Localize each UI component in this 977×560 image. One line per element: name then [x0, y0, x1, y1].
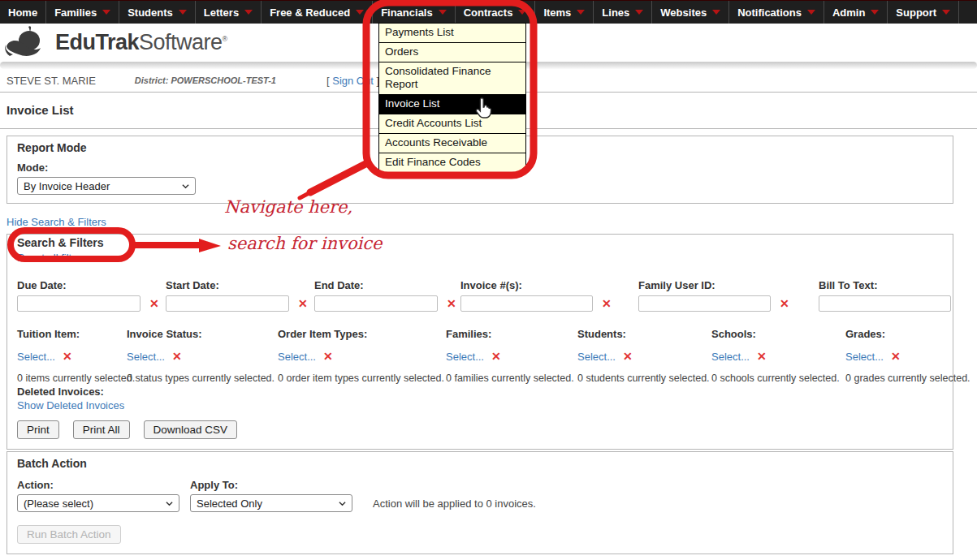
chevron-down-icon: [102, 10, 110, 15]
invoice-status-label: Invoice Status:: [127, 328, 278, 340]
start-date-input[interactable]: [166, 295, 289, 312]
nav-item-letters[interactable]: Letters: [196, 1, 262, 24]
nav-item-lines[interactable]: Lines: [594, 1, 652, 24]
run-batch-action-button[interactable]: Run Batch Action: [17, 525, 121, 544]
nav-item-support[interactable]: Support: [888, 1, 959, 24]
chevron-down-icon: [712, 10, 720, 15]
show-deleted-invoices-link[interactable]: Show Deleted Invoices: [17, 399, 124, 411]
hide-search-filters-link[interactable]: Hide Search & Filters: [6, 216, 106, 228]
filter-order-item-types: Order Item Types: Select...✕ 0 order ite…: [278, 328, 446, 384]
filter-invoice-status: Invoice Status: Select...✕ 0 status type…: [127, 328, 278, 384]
nav-item-items[interactable]: Items: [535, 1, 594, 24]
chevron-down-icon: [182, 183, 189, 190]
end-date-input[interactable]: [314, 295, 438, 312]
menu-item-invoice-list[interactable]: Invoice List: [379, 95, 525, 114]
username-text: STEVE ST. MARIE: [6, 75, 96, 87]
chevron-down-icon: [942, 10, 950, 15]
tuition-item-select-link[interactable]: Select...: [17, 351, 55, 363]
nav-item-contracts[interactable]: Contracts: [456, 1, 536, 24]
filter-grades: Grades: Select...✕ 0 grades currently se…: [845, 328, 971, 384]
nav-item-websites[interactable]: Websites: [652, 1, 729, 24]
bill-to-text-input[interactable]: [819, 295, 951, 312]
action-select[interactable]: (Please select): [17, 494, 179, 512]
nav-item-students[interactable]: Students: [119, 1, 196, 24]
filter-family-user-id: Family User ID: ✕: [638, 279, 819, 312]
students-count: 0 students currently selected.: [577, 373, 711, 384]
clear-x-icon[interactable]: ✕: [780, 295, 789, 312]
filter-bill-to-text: Bill To Text:: [819, 279, 953, 312]
sign-out-link[interactable]: [ Sign Out ]: [326, 75, 379, 87]
nav-label: Letters: [204, 6, 239, 19]
chevron-down-icon: [166, 500, 173, 507]
filter-schools: Schools: Select...✕ 0 schools currently …: [711, 328, 845, 384]
order-item-types-select-link[interactable]: Select...: [278, 351, 316, 363]
tuition-item-count: 0 items currently selected.: [17, 373, 127, 384]
clear-x-icon[interactable]: ✕: [447, 295, 456, 312]
families-select-link[interactable]: Select...: [446, 351, 484, 363]
chevron-down-icon: [179, 10, 187, 15]
clear-x-icon[interactable]: ✕: [149, 295, 159, 312]
brand-bold-text: EduTrak: [55, 30, 139, 54]
schools-select-link[interactable]: Select...: [711, 351, 750, 363]
reset-all-filters-link[interactable]: Reset all filters: [17, 252, 86, 264]
menu-item-payments-list[interactable]: Payments List: [379, 24, 525, 43]
clear-x-icon[interactable]: ✕: [323, 348, 333, 364]
district-text: District: POWERSCHOOL-TEST-1: [135, 75, 276, 85]
family-user-id-input[interactable]: [638, 295, 771, 312]
deleted-invoices-label: Deleted Invoices:: [17, 386, 953, 398]
nav-label: Websites: [660, 6, 707, 19]
apply-to-label: Apply To:: [190, 479, 352, 491]
nav-item-notifications[interactable]: Notifications: [729, 1, 824, 24]
invoice-status-select-link[interactable]: Select...: [127, 351, 165, 363]
clear-x-icon[interactable]: ✕: [298, 295, 308, 312]
clear-x-icon[interactable]: ✕: [623, 348, 633, 364]
invoice-numbers-input[interactable]: [460, 295, 593, 312]
select-filters-row: Tuition Item: Select...✕ 0 items current…: [17, 328, 953, 384]
nav-item-free-reduced[interactable]: Free & Reduced: [262, 1, 373, 24]
brand-wordmark: EduTrakSoftware®: [55, 30, 227, 55]
menu-item-accounts-receivable[interactable]: Accounts Receivable: [379, 134, 525, 153]
chevron-down-icon: [577, 10, 585, 15]
students-label: Students:: [577, 328, 711, 340]
menu-item-credit-accounts-list[interactable]: Credit Accounts List: [379, 114, 525, 134]
print-all-button[interactable]: Print All: [73, 420, 130, 439]
nav-item-financials[interactable]: Financials: [373, 1, 456, 24]
students-select-link[interactable]: Select...: [577, 351, 616, 363]
nav-label: Families: [54, 6, 97, 19]
clear-x-icon[interactable]: ✕: [891, 348, 901, 364]
batch-action-section: Batch Action Action: (Please select) App…: [6, 451, 953, 554]
brand-light-text: Software: [139, 30, 223, 54]
menu-item-edit-finance-codes[interactable]: Edit Finance Codes: [379, 153, 525, 172]
print-buttons-row: Print Print All Download CSV: [17, 420, 953, 439]
clear-x-icon[interactable]: ✕: [172, 348, 182, 364]
order-item-types-label: Order Item Types:: [278, 328, 446, 340]
clear-x-icon[interactable]: ✕: [491, 348, 501, 364]
menu-item-orders[interactable]: Orders: [379, 43, 525, 62]
action-select-value: (Please select): [24, 498, 93, 510]
clear-x-icon[interactable]: ✕: [63, 348, 72, 364]
menu-item-consolidated-finance-report[interactable]: Consolidated Finance Report: [379, 62, 525, 95]
nav-item-families[interactable]: Families: [46, 1, 119, 24]
print-button[interactable]: Print: [17, 420, 59, 439]
chevron-down-icon: [356, 10, 364, 15]
filter-end-date: End Date: ✕: [314, 279, 460, 312]
chevron-down-icon: [244, 10, 253, 15]
action-label: Action:: [17, 479, 179, 491]
clear-x-icon[interactable]: ✕: [757, 348, 767, 364]
chevron-down-icon: [635, 10, 643, 15]
clear-x-icon[interactable]: ✕: [602, 295, 612, 312]
mode-select[interactable]: By Invoice Header: [17, 177, 196, 195]
invoice-status-count: 0 status types currently selected.: [127, 373, 278, 384]
nav-label: Notifications: [737, 6, 802, 19]
nav-item-admin[interactable]: Admin: [824, 1, 888, 24]
grades-count: 0 grades currently selected.: [845, 373, 971, 384]
nav-item-home[interactable]: Home: [0, 1, 46, 24]
text-filters-row: Due Date: ✕ Start Date: ✕ End Date: ✕ In…: [17, 279, 953, 312]
edutrak-logo-icon[interactable]: [5, 25, 52, 61]
nav-label: Students: [128, 6, 173, 19]
apply-to-select[interactable]: Selected Only: [190, 494, 352, 512]
page-title: Invoice List: [6, 103, 74, 117]
due-date-input[interactable]: [17, 295, 140, 312]
download-csv-button[interactable]: Download CSV: [144, 420, 238, 439]
grades-select-link[interactable]: Select...: [845, 351, 884, 363]
